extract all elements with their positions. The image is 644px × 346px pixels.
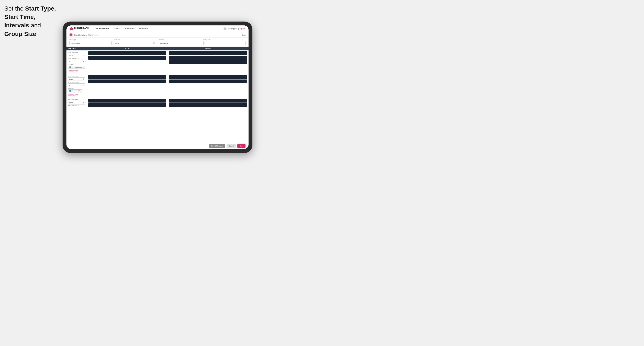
player-row-1-t1-2: ✕ ◯ xyxy=(88,56,166,60)
group-3-tee-col: STARTING TIME: 10:20 ⏱ STARTING HOLE: xyxy=(66,98,87,115)
instruction-line3a: Intervals xyxy=(4,22,29,29)
player-remove-1-t2-2[interactable]: ✕ ◯ xyxy=(243,57,246,59)
player-row-1-t2-2: ✕ ◯ xyxy=(169,56,248,60)
clock-icon-3: ⏱ xyxy=(83,102,84,104)
settings-row: Start Type 1st Tee Start ▾ Start Time 10… xyxy=(66,38,248,47)
instruction-line1b: Start Type, xyxy=(25,5,56,12)
team2-col-1: ✕ ◯ ✕ ◯ ✕ xyxy=(168,50,249,74)
save-button[interactable]: Save xyxy=(237,144,246,148)
player-row-1-t1-1: ✕ ◯ xyxy=(88,51,166,55)
action-links-1: ○ Remove Group + Add Group xyxy=(68,70,85,73)
course-tag-2: East Lake GC ✕ xyxy=(68,89,82,92)
main-content: STARTING TIME: 10:00 ⏱ STARTING HOLE: 1 … xyxy=(66,50,248,143)
cancel-button[interactable]: Cancel xyxy=(226,144,236,148)
player-remove-3-t2-1[interactable]: ✕ ◯ xyxy=(243,100,246,101)
starting-time-label-2: STARTING TIME: xyxy=(68,75,85,77)
course-icon-2 xyxy=(69,90,71,92)
tab-rankings[interactable]: RANKINGS xyxy=(137,25,150,32)
player-remove-3-t2-2[interactable]: ✕ ◯ xyxy=(243,105,246,106)
start-type-value: 1st Tee Start xyxy=(70,42,80,44)
instruction-line4b: . xyxy=(36,31,38,37)
player-remove-2-t1-2[interactable]: ✕ ◯ xyxy=(162,81,166,82)
player-row-1-t2-3: ✕ xyxy=(169,60,248,64)
logo-icon: C xyxy=(70,27,73,30)
tournament-name: Clippd Invitational (Me) xyxy=(74,34,92,36)
player-row-3-t1-1: ✕ ◯ xyxy=(88,99,166,103)
player-row-3-t2-2: ✕ ◯ xyxy=(169,103,248,107)
group-1: STARTING TIME: 10:00 ⏱ STARTING HOLE: 1 … xyxy=(66,50,248,74)
tab-teams[interactable]: TEAMS xyxy=(111,25,122,32)
tablet-device: C SCOREBOARD Powered by clipp TOURNAMENT… xyxy=(62,21,252,153)
team1-col-3: ✕ ◯ ✕ ◯ xyxy=(87,98,168,115)
remove-group-1[interactable]: ○ Remove Group xyxy=(68,70,85,71)
instruction-line3b: and xyxy=(29,22,41,29)
group-3-row: STARTING TIME: 10:20 ⏱ STARTING HOLE: ✕ … xyxy=(66,98,248,115)
dropdown-arrow-intervals: ▾ xyxy=(199,42,200,44)
player-row-2-t1-2: ✕ ◯ xyxy=(88,79,166,83)
hosting-label: Hosting xyxy=(92,34,98,36)
player-remove-2-t2-2[interactable]: ✕ ◯ xyxy=(243,81,246,82)
player-row-2-t2-2: ✕ ◯ xyxy=(169,79,248,83)
logo-sub: Powered by clipp xyxy=(74,29,89,31)
course-icon-1 xyxy=(69,66,71,68)
group-2: STARTING TIME: 10:10 ⏱ STARTING HOLE: 1 … xyxy=(66,74,248,98)
remove-group-2[interactable]: ○ Remove Group xyxy=(68,94,85,95)
group-2-tee-col: STARTING TIME: 10:10 ⏱ STARTING HOLE: 1 … xyxy=(66,74,87,98)
course-tag-1: (A) Peachtree GC ✕ xyxy=(68,66,85,69)
group-size-select[interactable]: 3 ▾ xyxy=(204,41,246,45)
course-name-1: (A) Peachtree GC xyxy=(72,67,82,68)
start-type-select[interactable]: 1st Tee Start ▾ xyxy=(70,41,112,45)
action-links-2: ○ Remove Group + Add Group xyxy=(68,94,85,96)
starting-time-label-1: STARTING TIME: xyxy=(68,52,85,53)
group-2-row: STARTING TIME: 10:10 ⏱ STARTING HOLE: 1 … xyxy=(66,74,248,98)
add-group-2[interactable]: + Add Group xyxy=(68,95,85,96)
group-size-label: Group Size xyxy=(204,39,246,40)
course-name-2: East Lake GC xyxy=(72,90,80,92)
intervals-select[interactable]: 10 Minutes ▾ xyxy=(159,41,201,45)
instruction-line2: Start Time, xyxy=(4,13,36,20)
start-time-select[interactable]: 10:00 🕐 xyxy=(114,41,156,45)
tablet-screen: C SCOREBOARD Powered by clipp TOURNAMENT… xyxy=(66,25,248,149)
player-remove-3-t1-2[interactable]: ✕ ◯ xyxy=(162,105,166,106)
player-remove-1-t1-1[interactable]: ✕ ◯ xyxy=(162,53,166,54)
course-remove-2[interactable]: ✕ xyxy=(80,90,81,92)
player-remove-2-t1-1[interactable]: ✕ ◯ xyxy=(162,76,166,78)
tab-tournaments[interactable]: TOURNAMENTS xyxy=(93,25,111,32)
intervals-value: 10 Minutes xyxy=(160,42,168,44)
hole-select-1[interactable]: 1 ▾ xyxy=(68,60,85,63)
time-input-2[interactable]: 10:10 ⏱ xyxy=(68,77,85,81)
group-3: STARTING TIME: 10:20 ⏱ STARTING HOLE: ✕ … xyxy=(66,98,248,115)
team1-col-1: ✕ ◯ ✕ ◯ xyxy=(87,50,168,74)
time-input-3[interactable]: 10:20 ⏱ xyxy=(68,101,85,105)
intervals-label: Intervals xyxy=(159,39,201,40)
team1-col-2: ✕ ◯ ✕ ◯ xyxy=(87,74,168,98)
start-type-group: Start Type 1st Tee Start ▾ xyxy=(70,39,112,45)
starting-hole-label-3: STARTING HOLE: xyxy=(68,105,85,106)
team2-col-2: ✕ ◯ ✕ ◯ xyxy=(168,74,249,98)
intervals-group: Intervals 10 Minutes ▾ xyxy=(159,39,201,45)
course-remove-1[interactable]: ✕ xyxy=(83,67,84,68)
reset-button[interactable]: Reset Changes xyxy=(209,144,225,148)
group-1-tee-col: STARTING TIME: 10:00 ⏱ STARTING HOLE: 1 … xyxy=(66,50,87,74)
player-remove-2-t2-1[interactable]: ✕ ◯ xyxy=(243,76,246,78)
tab-committee[interactable]: COMMITTEE xyxy=(122,25,137,32)
player-remove-3-t1-1[interactable]: ✕ ◯ xyxy=(162,100,166,101)
col-tee-time: Tee Time xyxy=(66,47,87,50)
hole-arrow-1: ▾ xyxy=(83,61,84,62)
sign-out-link[interactable]: Sign out xyxy=(240,28,245,29)
player-remove-1-t2-3[interactable]: ✕ xyxy=(245,62,246,63)
instruction-line1a: Set the xyxy=(4,5,25,12)
time-input-1[interactable]: 10:00 ⏱ xyxy=(68,54,85,57)
start-time-value: 10:00 xyxy=(115,42,119,44)
add-group-1[interactable]: + Add Group xyxy=(68,71,85,73)
hole-value-1: 1 xyxy=(69,61,70,62)
hole-select-2[interactable]: 1 ▾ xyxy=(68,83,85,87)
instruction-line4a: Group Size xyxy=(4,31,36,37)
time-value-3: 10:20 xyxy=(69,102,73,104)
back-button[interactable]: ‹ Back xyxy=(241,34,246,36)
player-remove-1-t2-1[interactable]: ✕ ◯ xyxy=(243,53,246,54)
course-label-2: COURSE: xyxy=(68,87,85,89)
start-time-group: Start Time 10:00 🕐 xyxy=(114,39,156,45)
clock-icon-2: ⏱ xyxy=(83,78,84,80)
player-remove-1-t1-2[interactable]: ✕ ◯ xyxy=(162,57,166,59)
